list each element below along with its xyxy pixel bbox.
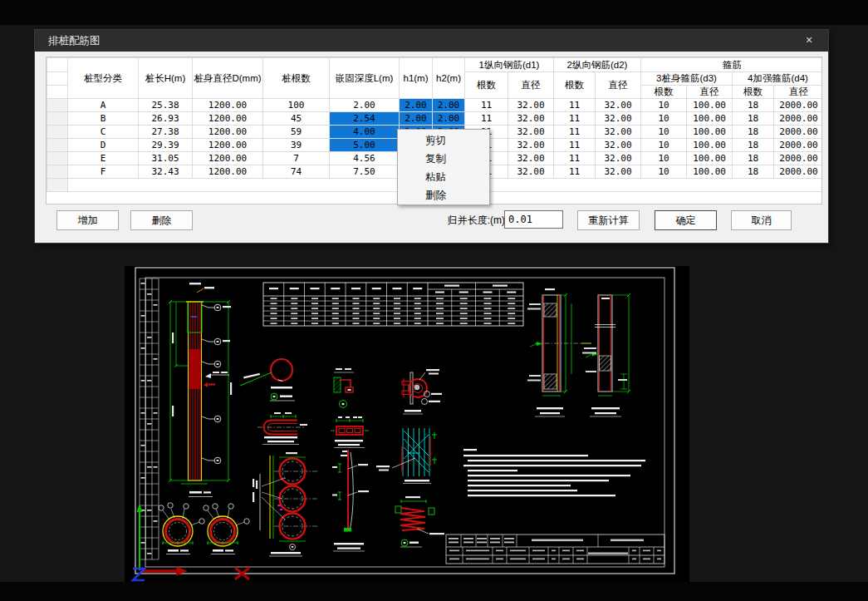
grid-cell-r5c8[interactable]: 32.00 <box>508 165 554 179</box>
grid-cell-r2c13[interactable]: 18 <box>733 126 774 139</box>
grid-cell-r0c10[interactable]: 32.00 <box>596 99 641 112</box>
grid-cell-r3c1[interactable]: 29.39 <box>139 139 193 152</box>
grid-cell-r5c14[interactable]: 2000.00 <box>774 165 822 179</box>
grid-cell-r4c0[interactable]: E <box>68 152 139 165</box>
close-icon[interactable]: × <box>797 30 821 52</box>
grid-cell-r5c12[interactable]: 100.00 <box>687 165 733 179</box>
grid-cell-r0c7[interactable]: 11 <box>465 99 508 112</box>
grid-cell-r4c11[interactable]: 10 <box>641 152 687 165</box>
grid-cell-r5c11[interactable]: 10 <box>641 165 687 179</box>
delete-button[interactable]: 删除 <box>130 210 193 230</box>
grid-cell-r4c14[interactable]: 2000.00 <box>774 152 822 165</box>
grid-cell-r5c13[interactable]: 18 <box>733 165 774 179</box>
grid-cell-r2c4[interactable]: 4.00 <box>330 126 400 139</box>
grid-cell-r3c0[interactable]: D <box>68 139 139 152</box>
context-menu-item-2[interactable]: 粘贴 <box>398 168 489 186</box>
row-header[interactable] <box>47 139 68 152</box>
grid-cell-r2c8[interactable]: 32.00 <box>508 126 554 139</box>
grid-cell-r3c12[interactable]: 100.00 <box>687 139 733 152</box>
col-header-d2-dia[interactable]: 直径 <box>596 72 641 99</box>
grid-cell-r3c14[interactable]: 2000.00 <box>774 139 822 152</box>
grid-cell-r3c11[interactable]: 10 <box>641 139 687 152</box>
grid-cell-r2c1[interactable]: 27.38 <box>139 126 193 139</box>
grid-cell-r2c10[interactable]: 32.00 <box>596 126 641 139</box>
grid-cell-r1c1[interactable]: 26.93 <box>139 112 193 126</box>
grid-cell-r4c9[interactable]: 11 <box>554 152 596 165</box>
grid-cell-r1c6[interactable]: 2.00 <box>433 112 465 126</box>
grid-cell-r0c1[interactable]: 25.38 <box>139 99 193 112</box>
col-header-pile-diameter[interactable]: 桩身直径D(mm) <box>193 58 263 99</box>
grid-cell-r0c8[interactable]: 32.00 <box>508 99 554 112</box>
grid-cell-r2c14[interactable]: 2000.00 <box>774 126 822 139</box>
grid-cell-r0c11[interactable]: 10 <box>641 99 687 112</box>
grid-cell-r0c6[interactable]: 2.00 <box>433 99 465 112</box>
grid-cell-r0c9[interactable]: 11 <box>554 99 596 112</box>
grid-cell-r3c8[interactable]: 32.00 <box>508 139 554 152</box>
row-header[interactable] <box>47 165 68 179</box>
col-header-d2-count[interactable]: 根数 <box>554 72 596 99</box>
grid-cell-r1c3[interactable]: 45 <box>263 112 330 126</box>
context-menu-item-0[interactable]: 剪切 <box>398 131 489 150</box>
row-header[interactable] <box>47 99 68 112</box>
col-header-h2[interactable]: h2(m) <box>433 58 465 99</box>
col-header-pile-count[interactable]: 桩根数 <box>263 58 330 99</box>
grid-cell-r5c2[interactable]: 1200.00 <box>193 165 263 179</box>
grid-cell-r4c3[interactable]: 7 <box>263 152 330 165</box>
grid-cell-r5c10[interactable]: 32.00 <box>596 165 641 179</box>
grid-cell-r5c4[interactable]: 7.50 <box>330 165 400 179</box>
grid-cell-r1c13[interactable]: 18 <box>733 112 774 126</box>
col-header-pile-type[interactable]: 桩型分类 <box>68 58 139 99</box>
grid-cell-r1c12[interactable]: 100.00 <box>687 112 733 126</box>
grid-cell-r1c2[interactable]: 1200.00 <box>193 112 263 126</box>
grid-cell-r3c13[interactable]: 18 <box>733 139 774 152</box>
col-header-embed-depth[interactable]: 嵌固深度L(m) <box>330 58 400 99</box>
grid-cell-r0c14[interactable]: 2000.00 <box>774 99 822 112</box>
grid-cell-r5c1[interactable]: 32.43 <box>139 165 193 179</box>
grid-cell-r5c3[interactable]: 74 <box>263 165 330 179</box>
col-header-d4-count[interactable]: 根数 <box>733 86 774 99</box>
col-header-d3-dia[interactable]: 直径 <box>687 86 733 99</box>
col-header-pile-length[interactable]: 桩长H(m) <box>139 58 193 99</box>
grid-cell-r1c0[interactable]: B <box>68 112 139 126</box>
grid-cell-r3c2[interactable]: 1200.00 <box>193 139 263 152</box>
grid-cell-r0c4[interactable]: 2.00 <box>330 99 400 112</box>
grid-cell-r1c11[interactable]: 10 <box>641 112 687 126</box>
grid-cell-r0c13[interactable]: 18 <box>733 99 774 112</box>
add-button[interactable]: 增加 <box>56 210 119 230</box>
dialog-titlebar[interactable]: 排桩配筋图 × <box>35 30 828 52</box>
grid-cell-r1c10[interactable]: 32.00 <box>596 112 641 126</box>
grid-cell-r0c3[interactable]: 100 <box>263 99 330 112</box>
grid-cell-r2c0[interactable]: C <box>68 126 139 139</box>
cancel-button[interactable]: 取消 <box>731 210 792 230</box>
context-menu-item-3[interactable]: 删除 <box>398 186 489 204</box>
grid-cell-r4c1[interactable]: 31.05 <box>139 152 193 165</box>
grid-cell-r3c3[interactable]: 39 <box>263 139 330 152</box>
recalculate-button[interactable]: 重新计算 <box>577 210 640 230</box>
col-header-d4-dia[interactable]: 直径 <box>774 86 822 99</box>
cad-drawing-canvas[interactable] <box>125 266 689 582</box>
grid-cell-r0c5[interactable]: 2.00 <box>400 99 433 112</box>
grid-cell-r2c2[interactable]: 1200.00 <box>193 126 263 139</box>
grid-cell-r1c5[interactable]: 2.00 <box>400 112 433 126</box>
grid-cell-r2c12[interactable]: 100.00 <box>687 126 733 139</box>
grid-cell-r3c9[interactable]: 11 <box>554 139 596 152</box>
grid-cell-r0c12[interactable]: 100.00 <box>687 99 733 112</box>
grid-cell-r5c9[interactable]: 11 <box>554 165 596 179</box>
grid-cell-r0c2[interactable]: 1200.00 <box>193 99 263 112</box>
grid-cell-r4c10[interactable]: 32.00 <box>596 152 641 165</box>
grid-cell-r4c8[interactable]: 32.00 <box>508 152 554 165</box>
grid-cell-r1c14[interactable]: 2000.00 <box>774 112 822 126</box>
col-header-d1-dia[interactable]: 直径 <box>508 72 554 99</box>
merge-length-input[interactable] <box>504 210 563 229</box>
col-header-h1[interactable]: h1(m) <box>400 58 433 99</box>
row-header[interactable] <box>47 152 68 165</box>
col-header-d3-count[interactable]: 根数 <box>641 86 687 99</box>
grid-cell-r4c13[interactable]: 18 <box>733 152 774 165</box>
grid-cell-r2c3[interactable]: 59 <box>263 126 330 139</box>
grid-cell-r2c11[interactable]: 10 <box>641 126 687 139</box>
grid-cell-r4c4[interactable]: 4.56 <box>330 152 400 165</box>
grid-cell-r5c0[interactable]: F <box>68 165 139 179</box>
grid-cell-r4c12[interactable]: 100.00 <box>687 152 733 165</box>
context-menu-item-1[interactable]: 复制 <box>398 150 489 168</box>
grid-cell-r1c8[interactable]: 32.00 <box>508 112 554 126</box>
